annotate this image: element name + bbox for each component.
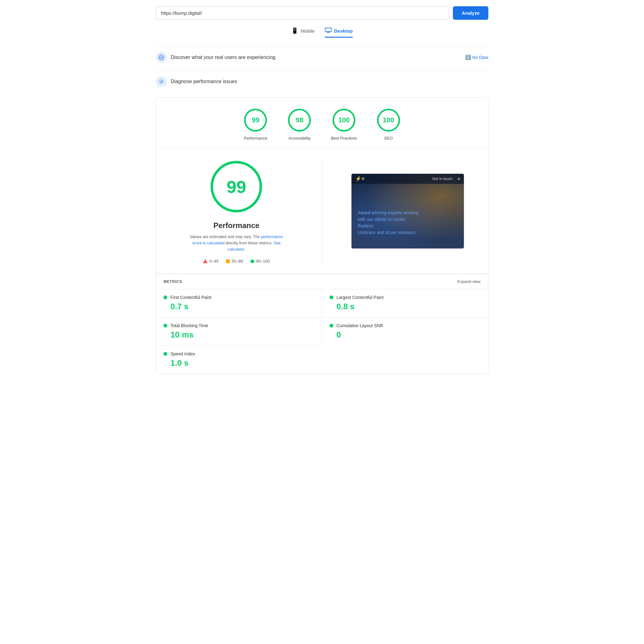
svg-point-7 — [158, 79, 164, 84]
real-users-title: Discover what your real users are experi… — [171, 55, 275, 60]
metric-tbt-dot — [163, 324, 167, 327]
screenshot-logo: ⚡≡ — [355, 176, 365, 182]
score-circles-row: 99 Performance 98 Accessibility — [156, 98, 488, 148]
metric-item-cls: Cumulative Layout Shift 0 — [322, 317, 488, 345]
metric-lcp-dot — [330, 295, 333, 299]
svg-rect-0 — [325, 28, 332, 32]
metric-cls-name: Cumulative Layout Shift — [337, 323, 383, 328]
metric-cls-dot — [330, 324, 333, 327]
legend-item-fail: 0–49 — [203, 259, 218, 263]
metric-si-name-row: Speed Index — [163, 351, 314, 356]
legend-dot-icon — [250, 259, 254, 263]
real-users-section-header: Discover what your real users are experi… — [156, 46, 488, 68]
score-item-accessibility: 98 Accessibility — [287, 108, 312, 141]
legend-label-fail: 0–49 — [209, 259, 218, 263]
perf-desc-text3: directly from these metrics. — [226, 241, 272, 245]
url-input[interactable] — [156, 6, 449, 20]
legend-label-average: 50–89 — [231, 259, 243, 263]
score-item-best-practices: 100 Best Practices — [331, 108, 357, 141]
perf-desc-text1: Values are estimated and may vary. The — [190, 235, 259, 239]
score-value-seo: 100 — [383, 116, 394, 124]
diagnose-icon — [156, 76, 167, 87]
tab-mobile[interactable]: 📱 Mobile — [291, 27, 314, 38]
metric-fcp-value: 0.7 s — [163, 302, 314, 311]
metric-fcp-name-row: First Contentful Paint — [163, 295, 314, 300]
score-circle-seo: 100 — [376, 108, 401, 133]
desktop-icon — [325, 28, 332, 34]
metric-cls-name-row: Cumulative Layout Shift — [330, 323, 481, 328]
metric-item-fcp: First Contentful Paint 0.7 s — [156, 289, 322, 317]
score-circle-performance: 99 — [243, 108, 268, 133]
expand-view-button[interactable]: Expand view — [457, 279, 481, 284]
score-label-accessibility: Accessibility — [288, 136, 311, 141]
perf-big-circle: 99 — [208, 158, 264, 215]
metrics-label: METRICS — [163, 279, 182, 284]
tab-desktop[interactable]: Desktop — [325, 27, 353, 38]
score-item-seo: 100 SEO — [376, 108, 401, 141]
screenshot-line2: with our clients to create flawless — [358, 217, 405, 228]
legend-label-pass: 90–100 — [256, 259, 269, 263]
tab-desktop-label: Desktop — [334, 28, 353, 34]
diagnose-title: Diagnose performance issues — [171, 79, 237, 84]
metric-lcp-value: 0.8 s — [330, 302, 481, 311]
perf-left: 99 Performance Values are estimated and … — [163, 158, 322, 263]
screenshot-line4: Azure — [385, 230, 397, 235]
metric-item-si: Speed Index 1.0 s — [156, 345, 322, 374]
score-value-accessibility: 98 — [295, 116, 303, 124]
tabs-row: 📱 Mobile Desktop — [156, 27, 488, 38]
metric-tbt-value: 10 ms — [163, 330, 314, 340]
screenshot-frame: ⚡≡ Get in touch ≡ Award-winning experts … — [351, 173, 464, 249]
tab-mobile-label: Mobile — [301, 28, 314, 34]
score-card: 99 Performance 98 Accessibility — [156, 97, 488, 374]
real-users-icon — [156, 52, 167, 63]
perf-main: 99 Performance Values are estimated and … — [156, 148, 488, 274]
score-value-best-practices: 100 — [338, 116, 350, 124]
screenshot-line3: Umbraco and — [358, 230, 384, 235]
score-circle-best-practices: 100 — [332, 108, 357, 133]
perf-desc: Values are estimated and may vary. The p… — [189, 234, 283, 253]
metric-item-tbt: Total Blocking Time 10 ms — [156, 317, 322, 345]
legend-item-average: 50–89 — [226, 259, 243, 263]
score-circle-accessibility: 98 — [287, 108, 312, 133]
score-label-seo: SEO — [384, 136, 393, 141]
screenshot-topbar: ⚡≡ Get in touch ≡ — [352, 174, 464, 184]
screenshot-overlay-text: Award-winning experts working with our c… — [358, 210, 421, 236]
metric-si-name: Speed Index — [170, 351, 195, 356]
url-bar-row: Analyze — [156, 6, 488, 20]
metric-si-dot — [163, 352, 167, 356]
metrics-grid: First Contentful Paint 0.7 s Largest Con… — [156, 289, 488, 374]
metric-tbt-name: Total Blocking Time — [170, 323, 208, 328]
screenshot-line5: solutions. — [398, 230, 416, 235]
info-icon: ℹ️ — [465, 55, 471, 60]
metric-fcp-dot — [163, 295, 167, 299]
metric-cls-value: 0 — [330, 330, 481, 340]
metric-item-lcp: Largest Contentful Paint 0.8 s — [322, 289, 488, 317]
screenshot-nav-link: Get in touch — [432, 177, 453, 181]
analyze-button[interactable]: Analyze — [453, 6, 488, 20]
screenshot-line1: Award-winning experts working — [358, 210, 419, 215]
mobile-icon: 📱 — [291, 27, 298, 34]
no-data-link[interactable]: ℹ️ No Data — [465, 55, 488, 60]
score-item-performance: 99 Performance — [243, 108, 268, 141]
score-label-best-practices: Best Practices — [331, 136, 357, 141]
legend-item-pass: 90–100 — [250, 259, 269, 263]
perf-big-number: 99 — [226, 177, 246, 197]
screenshot-menu-icon: ≡ — [458, 176, 460, 181]
legend-square-icon — [226, 259, 230, 263]
metric-tbt-name-row: Total Blocking Time — [163, 323, 314, 328]
perf-title: Performance — [213, 221, 259, 230]
perf-right: ⚡≡ Get in touch ≡ Award-winning experts … — [322, 158, 481, 263]
no-data-label: No Data — [472, 55, 488, 60]
real-users-header-left: Discover what your real users are experi… — [156, 52, 275, 63]
legend-row: 0–49 50–89 90–100 — [203, 259, 269, 263]
legend-triangle-icon — [203, 259, 207, 263]
diagnose-section-header: Diagnose performance issues — [156, 71, 488, 92]
metrics-header: METRICS Expand view — [156, 274, 488, 289]
metric-lcp-name: Largest Contentful Paint — [337, 295, 384, 300]
metric-fcp-name: First Contentful Paint — [170, 295, 211, 300]
diagnose-header-left: Diagnose performance issues — [156, 76, 237, 87]
score-value-performance: 99 — [252, 116, 259, 124]
metric-lcp-name-row: Largest Contentful Paint — [330, 295, 481, 300]
metric-si-value: 1.0 s — [163, 358, 314, 368]
score-label-performance: Performance — [244, 136, 267, 141]
